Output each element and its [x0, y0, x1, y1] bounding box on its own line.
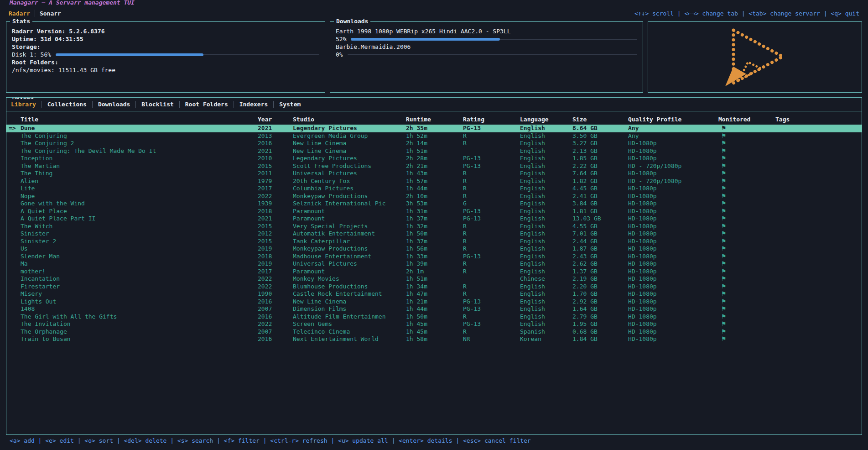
- cell-size: 2.43 GB: [572, 253, 628, 261]
- table-row[interactable]: mother!2017Paramount2h 1mREnglish1.37 GB…: [6, 268, 862, 276]
- cell-size: 1.37 GB: [572, 268, 628, 276]
- cell-title: The Conjuring 2: [21, 140, 258, 147]
- table-row[interactable]: Inception2010Legendary Pictures2h 28mPG-…: [6, 155, 862, 162]
- tab-system[interactable]: System: [279, 101, 301, 108]
- header-runtime: Runtime: [406, 116, 463, 123]
- cell-title: Slender Man: [21, 253, 258, 261]
- cell-studio: Dimension Films: [293, 305, 406, 313]
- cell-title: Life: [21, 185, 258, 193]
- cell-studio: Columbia Pictures: [293, 185, 406, 193]
- table-row[interactable]: The Thing2011Universal Pictures1h 43mREn…: [6, 170, 862, 178]
- cell-year: 2017: [258, 268, 293, 276]
- cell-title: The Invitation: [21, 320, 258, 328]
- cell-year: 1939: [258, 200, 293, 208]
- table-row[interactable]: A Quiet Place Part II2021Paramount1h 37m…: [6, 215, 862, 223]
- cell-title: The Orphanage: [21, 328, 258, 336]
- cell-rating: R: [463, 290, 520, 298]
- table-row[interactable]: Incantation2022Monkey Movies1h 51mChines…: [6, 275, 862, 283]
- cell-size: 2.19 GB: [572, 275, 628, 283]
- cell-size: 2.92 GB: [572, 298, 628, 306]
- cell-title: The Conjuring: [21, 132, 258, 140]
- cell-size: 2.22 GB: [572, 162, 628, 170]
- table-row[interactable]: Gone with the Wind1939Selznick Internati…: [6, 200, 862, 208]
- cell-runtime: 2h 14m: [406, 140, 463, 147]
- cell-language: English: [520, 223, 572, 230]
- cell-language: English: [520, 253, 572, 261]
- cell-language: English: [520, 245, 572, 253]
- cell-quality: HD-1080p: [628, 155, 718, 162]
- cell-quality: HD-1080p: [628, 268, 718, 276]
- tab-divider: [135, 101, 136, 108]
- table-row[interactable]: The Orphanage2007Telecinco Cinema1h 45mR…: [6, 328, 862, 336]
- table-row[interactable]: Life2017Columbia Pictures1h 44mREnglish4…: [6, 185, 862, 193]
- cell-runtime: 1h 51m: [406, 275, 463, 283]
- downloads-panel: Downloads Earth 1998 1080p WEBRip x265 H…: [330, 21, 643, 93]
- table-row[interactable]: Ma2019Universal Pictures1h 39mREnglish2.…: [6, 260, 862, 268]
- cell-year: 2021: [258, 215, 293, 223]
- table-row[interactable]: Sinister2012Automatik Entertainment1h 50…: [6, 230, 862, 238]
- cell-year: 2022: [258, 283, 293, 291]
- cell-studio: Monkeypaw Productions: [293, 193, 406, 200]
- monitored-icon: ⚑: [718, 208, 775, 215]
- tab-library[interactable]: Library: [11, 101, 36, 108]
- cell-runtime: 1h 21m: [406, 298, 463, 306]
- table-row[interactable]: Misery1990Castle Rock Entertainment1h 47…: [6, 290, 862, 298]
- cell-size: 7.01 GB: [572, 230, 628, 238]
- cell-year: 2022: [258, 320, 293, 328]
- table-row[interactable]: The Invitation2022Screen Gems1h 45mPG-13…: [6, 320, 862, 328]
- cell-runtime: 3h 53m: [406, 200, 463, 208]
- cell-rating: PG-13: [463, 253, 520, 261]
- tab-indexers[interactable]: Indexers: [239, 101, 268, 108]
- table-row[interactable]: Slender Man2018Madhouse Entertainment1h …: [6, 253, 862, 261]
- cell-studio: Tank Caterpillar: [293, 238, 406, 246]
- table-row[interactable]: Us2019Monkeypaw Productions1h 56mREnglis…: [6, 245, 862, 253]
- disk-usage-row: Disk 1: 56%: [12, 51, 319, 58]
- uptime: Uptime: 31d 04:31:55: [12, 35, 319, 43]
- table-row[interactable]: The Conjuring2013Evergreen Media Group1h…: [6, 132, 862, 140]
- monitored-icon: ⚑: [718, 320, 775, 328]
- table-row[interactable]: The Conjuring 22016New Line Cinema2h 14m…: [6, 140, 862, 147]
- table-row[interactable]: Nope2022Monkeypaw Productions2h 10mREngl…: [6, 193, 862, 200]
- cell-rating: R: [463, 140, 520, 147]
- logo-panel: [648, 21, 862, 93]
- table-header: Title Year Studio Runtime Rating Languag…: [6, 114, 862, 125]
- cell-title: Incantation: [21, 275, 258, 283]
- table-row[interactable]: Lights Out2016New Line Cinema1h 21mPG-13…: [6, 298, 862, 306]
- cell-runtime: 1h 51m: [406, 147, 463, 155]
- tab-blocklist[interactable]: Blocklist: [141, 101, 173, 108]
- cell-studio: Madhouse Entertainment: [293, 253, 406, 261]
- tab-sonarr[interactable]: Sonarr: [40, 10, 61, 17]
- cell-language: English: [520, 208, 572, 215]
- cell-size: 2.13 GB: [572, 147, 628, 155]
- monitored-icon: ⚑: [718, 328, 775, 336]
- table-row[interactable]: The Witch2015Very Special Projects1h 32m…: [6, 223, 862, 230]
- table-row[interactable]: 14082007Dimension Films1h 44mPG-13Englis…: [6, 305, 862, 313]
- cell-size: 8.64 GB: [572, 125, 628, 132]
- cell-studio: Monkey Movies: [293, 275, 406, 283]
- table-row[interactable]: Alien197920th Century Fox1h 57mREnglish1…: [6, 178, 862, 185]
- cell-year: 2015: [258, 238, 293, 246]
- cell-language: English: [520, 283, 572, 291]
- table-row[interactable]: The Martian2015Scott Free Productions2h …: [6, 162, 862, 170]
- cell-year: 2021: [258, 147, 293, 155]
- table-row[interactable]: A Quiet Place2018Paramount1h 31mPG-13Eng…: [6, 208, 862, 215]
- table-row[interactable]: Train to Busan2016Next Entertainment Wor…: [6, 335, 862, 343]
- cell-year: 2007: [258, 328, 293, 336]
- cell-runtime: 2h 1m: [406, 268, 463, 276]
- tab-root-folders[interactable]: Root Folders: [185, 101, 228, 108]
- tab-radarr[interactable]: Radarr: [9, 10, 30, 17]
- table-row[interactable]: =>Dune2021Legendary Pictures2h 35mPG-13E…: [6, 125, 862, 132]
- download-percent-label: 0%: [336, 51, 343, 58]
- tab-downloads[interactable]: Downloads: [98, 101, 130, 108]
- table-row[interactable]: Firestarter2022Blumhouse Productions1h 3…: [6, 283, 862, 291]
- cell-runtime: 2h 10m: [406, 193, 463, 200]
- cell-studio: Very Special Projects: [293, 223, 406, 230]
- tab-collections[interactable]: Collections: [47, 101, 87, 108]
- cell-title: 1408: [21, 305, 258, 313]
- cell-rating: R: [463, 268, 520, 276]
- table-row[interactable]: The Conjuring: The Devil Made Me Do It20…: [6, 147, 862, 155]
- table-row[interactable]: The Girl with All the Gifts2016Altitude …: [6, 313, 862, 321]
- cell-language: English: [520, 132, 572, 140]
- cell-rating: R: [463, 223, 520, 230]
- table-row[interactable]: Sinister 22015Tank Caterpillar1h 37mREng…: [6, 238, 862, 246]
